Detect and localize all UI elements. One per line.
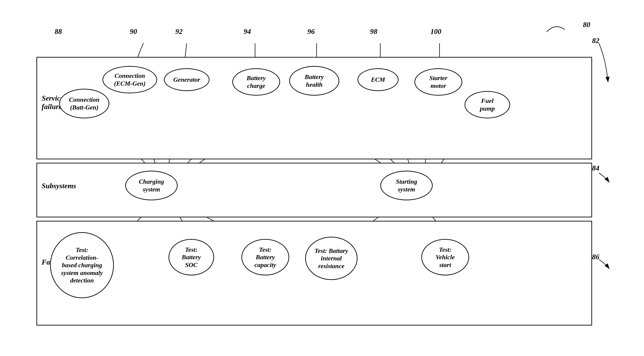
ref-100: 100 [430,27,441,36]
ref-84: 84 [592,164,599,172]
node-battery-charge: Batterycharge [232,68,280,96]
node-ecm: ECM [358,68,398,91]
ref-86: 86 [592,253,599,261]
ref-98: 98 [370,27,377,36]
node-test-battery-capacity: Test:Batterycapacity [242,239,289,275]
node-connection-ecm-gen: Connection(ECM-Gen) [102,66,157,93]
ref-90: 90 [130,27,137,36]
node-fuel-pump: Fuelpump [464,91,510,118]
ref-92: 92 [175,27,183,36]
ref-80: 80 [583,20,590,29]
ref-88: 88 [55,27,62,36]
diagram-container: 88 90 92 94 96 98 100 80 82 102 104 106 … [14,14,630,347]
node-charging-system: Chargingsystem [125,171,178,200]
ref-96: 96 [308,27,315,36]
ref-82: 82 [592,36,599,45]
node-battery-health: Batteryhealth [289,66,339,96]
node-starting-system: Startingsystem [380,171,433,200]
ref-94: 94 [244,27,251,36]
subsystems-label: Subsystems [42,182,76,190]
node-test-battery-resistance: Test: Battaryinternalresistance [305,237,358,280]
node-connection-batt-gen: Connection(Batt-Gen) [59,89,109,118]
node-test-battery-soc: Test:BatterySOC [168,239,214,275]
node-starter-motor: Startermotor [414,68,462,96]
subsystems-section: Subsystems [36,163,592,217]
node-generator: Generator [164,68,210,91]
node-test-vehicle-start: Test:Vehiclestart [421,239,469,275]
node-test-correlation: Test:Correlation-based chargingsystem an… [50,232,114,298]
